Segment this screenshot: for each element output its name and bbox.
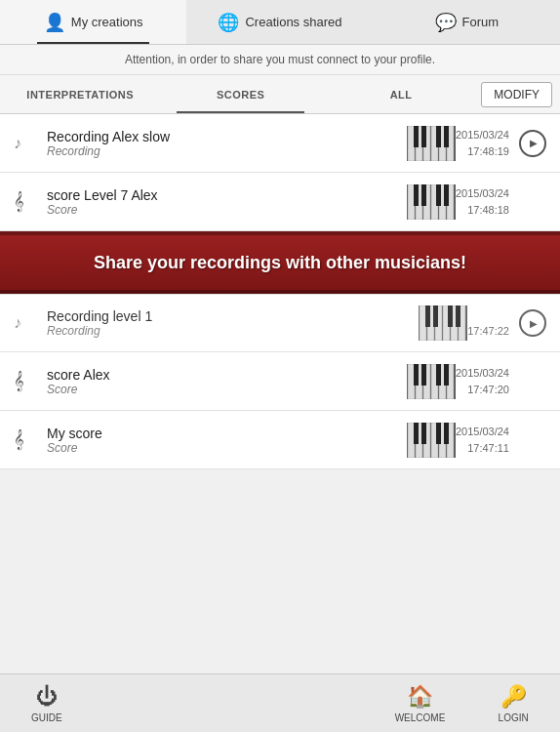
filter-scores[interactable]: SCORES <box>160 75 320 113</box>
recording-icon-3: ♪ <box>14 314 37 332</box>
svg-rect-53 <box>436 423 441 444</box>
item-date-2: 2015/03/24 17:48:18 <box>456 185 509 218</box>
svg-rect-41 <box>421 364 426 386</box>
tab-forum[interactable]: 💬 Forum <box>374 0 560 44</box>
filter-scores-label: SCORES <box>217 89 264 101</box>
item-subtitle-2: Score <box>47 203 407 217</box>
tab-forum-label: Forum <box>462 15 500 29</box>
tab-creations-shared[interactable]: 🌐 Creations shared <box>186 0 373 44</box>
svg-rect-45 <box>408 423 415 458</box>
login-label: LOGIN <box>499 712 529 723</box>
bottom-nav-welcome[interactable]: 🏠 WELCOME <box>374 684 467 723</box>
welcome-label: WELCOME <box>395 712 446 723</box>
list-container: ♪ Recording Alex slow Recording 2015/03/… <box>0 114 560 231</box>
item-text-3: Recording level 1 Recording <box>37 308 419 338</box>
svg-rect-1 <box>408 126 415 161</box>
svg-rect-12 <box>408 184 415 220</box>
piano-thumbnail-5 <box>407 423 456 458</box>
svg-rect-20 <box>436 184 441 206</box>
filter-all[interactable]: ALL <box>321 75 481 113</box>
item-title-2: score Level 7 Alex <box>47 187 407 203</box>
item-subtitle-4: Score <box>47 383 407 396</box>
top-navigation: 👤 My creations 🌐 Creations shared 💬 Foru… <box>0 0 560 45</box>
svg-rect-19 <box>421 184 426 206</box>
item-subtitle-3: Recording <box>47 324 419 338</box>
list-container-2: ♪ Recording level 1 Recording 17:47:22 𝄞… <box>0 294 560 469</box>
item-title-1: Recording Alex slow <box>47 129 407 144</box>
item-subtitle-1: Recording <box>47 144 407 158</box>
svg-rect-52 <box>421 423 426 444</box>
svg-rect-40 <box>414 364 419 386</box>
piano-thumbnail-2 <box>407 184 456 220</box>
play-button-3[interactable] <box>519 309 546 337</box>
svg-rect-10 <box>444 126 449 147</box>
promo-text: Share your recordings with other musicia… <box>94 253 466 273</box>
item-date-5: 2015/03/24 17:47:11 <box>456 424 509 456</box>
piano-thumbnail-3 <box>419 305 467 341</box>
score-icon: 𝄞 <box>14 191 37 212</box>
item-text-2: score Level 7 Alex Score <box>37 187 407 217</box>
svg-rect-42 <box>436 364 441 386</box>
attention-banner: Attention, in order to share you must co… <box>0 45 560 75</box>
tab-my-creations-label: My creations <box>71 15 143 29</box>
score-icon-5: 𝄞 <box>14 429 37 450</box>
svg-rect-7 <box>414 126 419 147</box>
item-text-1: Recording Alex slow Recording <box>37 129 407 158</box>
svg-rect-9 <box>436 126 441 147</box>
tab-my-creations[interactable]: 👤 My creations <box>0 0 186 44</box>
recording-icon: ♪ <box>14 135 37 152</box>
svg-rect-29 <box>425 305 430 327</box>
item-subtitle-5: Score <box>47 441 407 455</box>
item-text-4: score Alex Score <box>37 367 407 396</box>
filter-bar: INTERPRETATIONS SCORES ALL MODIFY <box>0 75 560 114</box>
piano-thumbnail-1 <box>407 126 456 161</box>
svg-rect-54 <box>444 423 449 444</box>
modify-button[interactable]: MODIFY <box>481 82 552 107</box>
list-item: 𝄞 score Level 7 Alex Score 2015/03/24 17… <box>0 173 560 231</box>
bottom-nav-login[interactable]: 🔑 LOGIN <box>466 684 560 723</box>
svg-rect-30 <box>433 305 438 327</box>
user-icon: 👤 <box>44 12 65 33</box>
bottom-navigation: ⏻ GUIDE 🏠 WELCOME 🔑 LOGIN <box>0 673 560 732</box>
filter-interpretations[interactable]: INTERPRETATIONS <box>0 75 160 113</box>
list-item: 𝄞 My score Score 2015/03/24 17:47:11 <box>0 411 560 469</box>
item-date-3: 17:47:22 <box>467 307 509 340</box>
items-list: ♪ Recording Alex slow Recording 2015/03/… <box>0 114 560 614</box>
item-title-3: Recording level 1 <box>47 308 419 324</box>
globe-icon: 🌐 <box>218 12 239 33</box>
item-date-4: 2015/03/24 17:47:20 <box>456 365 509 397</box>
key-icon: 🔑 <box>500 684 527 710</box>
score-icon-4: 𝄞 <box>14 371 37 391</box>
item-text-5: My score Score <box>37 426 407 455</box>
tab-creations-shared-label: Creations shared <box>245 15 341 29</box>
piano-thumbnail-4 <box>407 364 456 399</box>
list-item: 𝄞 score Alex Score 2015/03/24 17:47:20 <box>0 352 560 411</box>
list-item: ♪ Recording level 1 Recording 17:47:22 <box>0 294 560 352</box>
item-title-5: My score <box>47 426 407 441</box>
bottom-nav-guide[interactable]: ⏻ GUIDE <box>0 684 94 723</box>
svg-rect-43 <box>444 364 449 386</box>
chat-icon: 💬 <box>435 12 457 33</box>
list-item: ♪ Recording Alex slow Recording 2015/03/… <box>0 114 560 173</box>
filter-all-label: ALL <box>390 89 413 101</box>
item-title-4: score Alex <box>47 367 407 383</box>
filter-interpretations-label: INTERPRETATIONS <box>26 89 134 101</box>
guide-label: GUIDE <box>31 712 62 723</box>
home-icon: 🏠 <box>407 684 433 710</box>
svg-rect-31 <box>448 305 453 327</box>
svg-rect-8 <box>421 126 426 147</box>
attention-text: Attention, in order to share you must co… <box>125 53 435 66</box>
svg-rect-18 <box>414 184 419 206</box>
svg-rect-51 <box>414 423 419 444</box>
item-date-1: 2015/03/24 17:48:19 <box>456 127 509 159</box>
svg-rect-21 <box>444 184 449 206</box>
promo-banner: Share your recordings with other musicia… <box>0 231 560 294</box>
svg-rect-32 <box>456 305 460 327</box>
svg-rect-34 <box>408 364 415 399</box>
play-button-1[interactable] <box>519 130 546 157</box>
power-icon: ⏻ <box>36 684 58 710</box>
svg-rect-23 <box>420 305 426 341</box>
